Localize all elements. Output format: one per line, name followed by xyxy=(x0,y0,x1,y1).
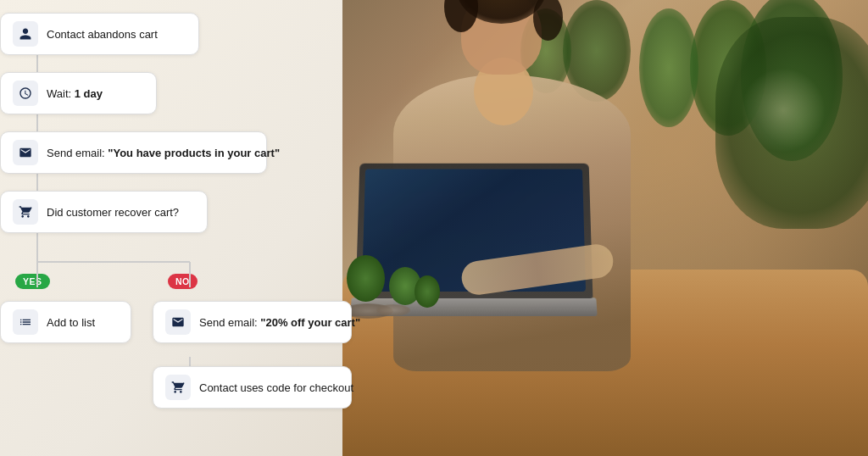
yes-badge: YES xyxy=(15,273,50,289)
node-recover-cart[interactable]: Did customer recover cart? xyxy=(0,191,208,233)
node-text-4: Did customer recover cart? xyxy=(47,206,179,219)
node-text-2: Wait: 1 day xyxy=(47,87,103,100)
email-icon-2 xyxy=(165,309,191,335)
node-wait[interactable]: Wait: 1 day xyxy=(0,72,157,114)
node-text-yes: Add to list xyxy=(47,316,95,329)
node-text-no2: Contact uses code for checkout xyxy=(199,381,353,394)
node-text-no1: Send email: "20% off your cart" xyxy=(199,316,360,329)
node-contact-abandons-cart[interactable]: Contact abandons cart xyxy=(0,13,199,55)
node-contact-uses-code[interactable]: Contact uses code for checkout xyxy=(153,366,352,409)
person-icon xyxy=(13,21,38,47)
cart-icon-2 xyxy=(165,375,191,400)
node-text-1: Contact abandons cart xyxy=(47,28,158,41)
list-icon xyxy=(13,309,38,335)
node-text-3: Send email: "You have products in your c… xyxy=(47,147,280,159)
node-send-email-2[interactable]: Send email: "20% off your cart" xyxy=(153,301,352,343)
email-icon-1 xyxy=(13,140,38,165)
workflow-area: Contact abandons cart Wait: 1 day Send e… xyxy=(0,0,364,456)
cart-icon-1 xyxy=(13,199,38,225)
node-send-email-1[interactable]: Send email: "You have products in your c… xyxy=(0,131,267,174)
background-photo xyxy=(342,0,868,456)
node-add-to-list[interactable]: Add to list xyxy=(0,301,131,343)
clock-icon xyxy=(13,81,38,106)
no-badge: NO xyxy=(168,273,198,289)
